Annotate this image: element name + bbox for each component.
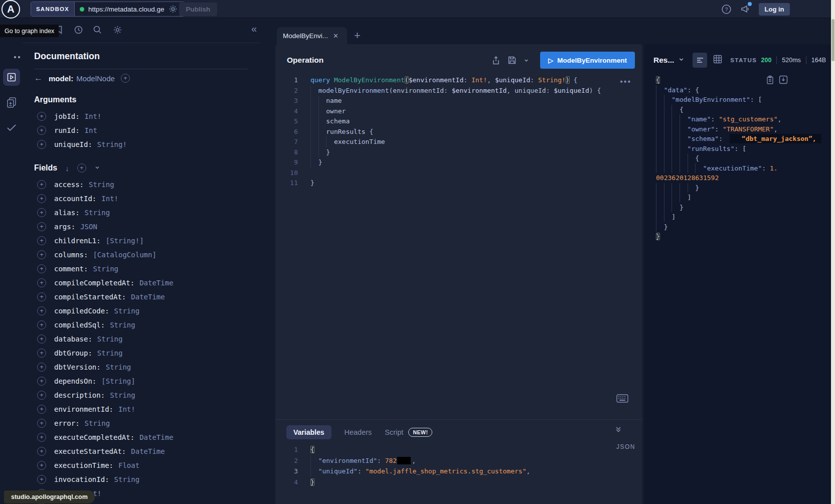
add-field-icon[interactable]: +	[37, 320, 46, 329]
collapse-panel-icon[interactable]: «	[251, 23, 257, 35]
add-field-icon[interactable]: +	[37, 405, 46, 414]
new-tab-icon[interactable]: +	[354, 29, 361, 42]
play-icon: ▷	[548, 57, 553, 64]
tab-headers[interactable]: Headers	[345, 428, 372, 436]
add-field-icon[interactable]: +	[37, 180, 46, 189]
sort-fields-icon[interactable]: ↓	[65, 164, 69, 173]
variables-editor[interactable]: 1{2"environmentId": 782,3"uniqueId": "mo…	[275, 444, 642, 487]
checks-nav-icon[interactable]	[6, 121, 18, 135]
field-type[interactable]: Int!	[118, 405, 135, 413]
field-type[interactable]: [String!]	[106, 237, 144, 245]
publish-button[interactable]: Publish	[179, 3, 217, 16]
field-type[interactable]: DateTime	[139, 433, 173, 441]
add-field-icon[interactable]: +	[37, 377, 46, 386]
field-type[interactable]: String	[110, 321, 135, 329]
announcements-megaphone-icon[interactable]	[740, 4, 751, 15]
add-all-fields-icon[interactable]: +	[77, 163, 86, 173]
field-type[interactable]: JSON	[80, 223, 97, 231]
query-editor[interactable]: 1query ModelByEnvironment($environmentId…	[275, 75, 642, 189]
field-row: + childrenL1: [String!]	[34, 234, 248, 248]
run-operation-button[interactable]: ▷ ModelByEnvironment	[540, 52, 635, 69]
add-field-icon[interactable]: +	[37, 292, 46, 301]
add-field-icon[interactable]: +	[37, 264, 46, 273]
argument-type[interactable]: String!	[97, 140, 127, 148]
field-type[interactable]: DateTime	[131, 293, 164, 301]
keyboard-shortcuts-icon[interactable]	[616, 394, 628, 405]
endpoint-settings-gear-icon[interactable]	[169, 5, 178, 14]
field-type[interactable]: [String]	[101, 377, 135, 385]
response-body[interactable]: {"data": {"modelByEnvironment": [{"name"…	[656, 75, 828, 242]
add-field-icon[interactable]: +	[37, 461, 46, 470]
field-name: description:	[54, 391, 105, 399]
field-type[interactable]: [CatalogColumn]	[93, 251, 156, 259]
settings-gear-icon[interactable]	[113, 25, 122, 35]
add-field-icon[interactable]: +	[37, 236, 46, 245]
apollo-studio-screen: SANDBOX https://metadata.cloud.get Publi…	[0, 0, 835, 504]
endpoint-url-input[interactable]: https://metadata.cloud.get	[88, 6, 164, 13]
graph-index-icon-partial[interactable]	[14, 56, 20, 58]
apollo-logo[interactable]: A	[2, 0, 20, 19]
add-field-icon[interactable]: +	[37, 349, 46, 358]
login-button[interactable]: Log in	[759, 3, 790, 16]
add-argument-icon[interactable]: +	[37, 112, 46, 121]
status-label: STATUS	[730, 57, 757, 63]
help-icon[interactable]: ?	[721, 4, 732, 15]
save-options-chevron-icon[interactable]	[524, 58, 529, 63]
response-size: 164B	[811, 57, 826, 64]
add-field-icon[interactable]: +	[37, 278, 46, 287]
field-type[interactable]: String	[110, 391, 135, 399]
response-dropdown-chevron-icon[interactable]	[678, 56, 685, 65]
add-field-icon[interactable]: +	[37, 222, 46, 231]
add-field-icon[interactable]: +	[37, 334, 46, 344]
search-icon[interactable]	[93, 25, 102, 35]
operation-tab[interactable]: ModelByEnvi... ✕	[277, 27, 347, 44]
add-field-icon[interactable]: +	[37, 250, 46, 259]
field-type[interactable]: String	[114, 475, 140, 483]
field-type[interactable]: Int!	[101, 195, 118, 203]
field-type[interactable]: String	[85, 419, 110, 427]
save-operation-icon[interactable]	[508, 56, 517, 65]
field-type[interactable]: String	[93, 265, 118, 273]
add-argument-icon[interactable]: +	[37, 126, 46, 135]
add-field-icon[interactable]: +	[37, 194, 46, 203]
add-field-icon[interactable]: +	[37, 475, 46, 484]
argument-type[interactable]: Int!	[85, 112, 102, 120]
add-field-icon[interactable]: +	[37, 447, 46, 456]
history-icon[interactable]	[74, 25, 83, 35]
table-view-icon[interactable]	[713, 55, 722, 66]
add-field-icon[interactable]: +	[37, 208, 46, 217]
explorer-nav-icon[interactable]	[3, 69, 20, 86]
field-type[interactable]: String	[97, 349, 123, 357]
field-type[interactable]: String	[85, 209, 110, 217]
close-tab-icon[interactable]: ✕	[333, 32, 339, 40]
collapse-variables-icon[interactable]	[614, 425, 622, 435]
add-argument-icon[interactable]: +	[37, 140, 46, 149]
argument-type[interactable]: Int	[85, 126, 97, 134]
tab-script[interactable]: Script	[385, 428, 403, 436]
add-field-icon[interactable]: +	[37, 391, 46, 400]
add-field-icon[interactable]: +	[37, 419, 46, 428]
field-type[interactable]: String	[89, 181, 114, 189]
formatted-view-icon[interactable]	[693, 53, 707, 68]
field-type[interactable]: String	[97, 335, 123, 343]
sandbox-badge[interactable]: SANDBOX	[31, 2, 75, 16]
field-type[interactable]: DateTime	[131, 447, 164, 455]
add-field-icon[interactable]: +	[37, 306, 46, 315]
field-type[interactable]: DateTime	[139, 279, 173, 287]
fields-options-chevron-icon[interactable]	[94, 163, 100, 173]
field-type[interactable]: String	[114, 307, 140, 315]
add-field-icon[interactable]: +	[37, 433, 46, 442]
operation-actions: ▷ ModelByEnvironment	[491, 52, 635, 69]
page-scrollbar[interactable]	[831, 0, 835, 504]
model-type-link[interactable]: ModelNode	[76, 74, 115, 83]
field-type[interactable]: Float	[118, 461, 139, 469]
add-field-icon[interactable]: +	[37, 363, 46, 372]
scrollbar-thumb[interactable]	[831, 19, 834, 61]
field-type[interactable]: String	[106, 363, 131, 371]
share-operation-icon[interactable]	[491, 56, 500, 65]
tab-variables[interactable]: Variables	[286, 425, 331, 439]
add-model-field-icon[interactable]: +	[121, 74, 130, 83]
back-arrow-icon[interactable]: ←	[34, 73, 43, 83]
field-name: access:	[54, 181, 84, 189]
schema-diff-nav-icon[interactable]	[6, 96, 18, 110]
